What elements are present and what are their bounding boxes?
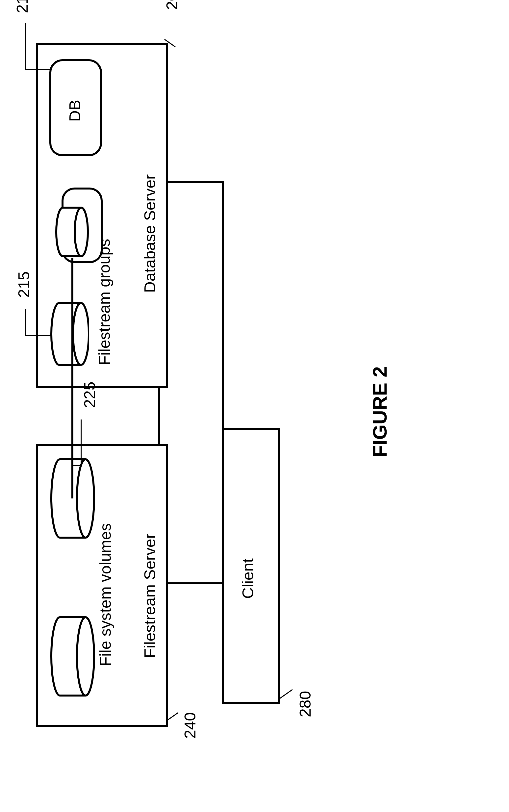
leader-225b: [73, 465, 81, 466]
filestream-group-cyl-1: [49, 301, 89, 367]
leader-215: [25, 309, 26, 336]
conn-group-volume: [71, 258, 73, 499]
ref-215: 215: [15, 271, 33, 298]
leader-225: [80, 419, 81, 466]
filestream-group-cyl-2: [54, 206, 89, 258]
diagram-page: Database Server Filestream Server Client…: [0, 0, 509, 812]
filestream-groups-label: Filestream groups: [95, 227, 113, 365]
db-1-label: DB: [66, 95, 84, 122]
conn-db-client-v: [168, 181, 224, 183]
conn-fs-client-h1: [168, 582, 224, 584]
ref-225: 225: [80, 382, 99, 408]
conn-db-fs: [158, 388, 160, 444]
file-system-volumes-label: File system volumes: [96, 508, 114, 666]
ref-200: 200: [163, 0, 181, 10]
leader-210: [25, 23, 26, 69]
leader-280: [279, 689, 293, 700]
ref-240: 240: [181, 712, 199, 739]
ref-210: 210: [13, 0, 31, 13]
database-server-title: Database Server: [141, 161, 159, 293]
leader-215b: [25, 335, 51, 336]
file-system-volume-cyl-2: [49, 615, 95, 698]
filestream-server-title: Filestream Server: [141, 516, 159, 658]
figure-caption: FIGURE 2: [369, 355, 391, 457]
leader-210b: [25, 69, 51, 70]
ref-280: 280: [296, 691, 314, 717]
conn-db-client-h: [222, 181, 224, 429]
client-label: Client: [239, 546, 257, 599]
